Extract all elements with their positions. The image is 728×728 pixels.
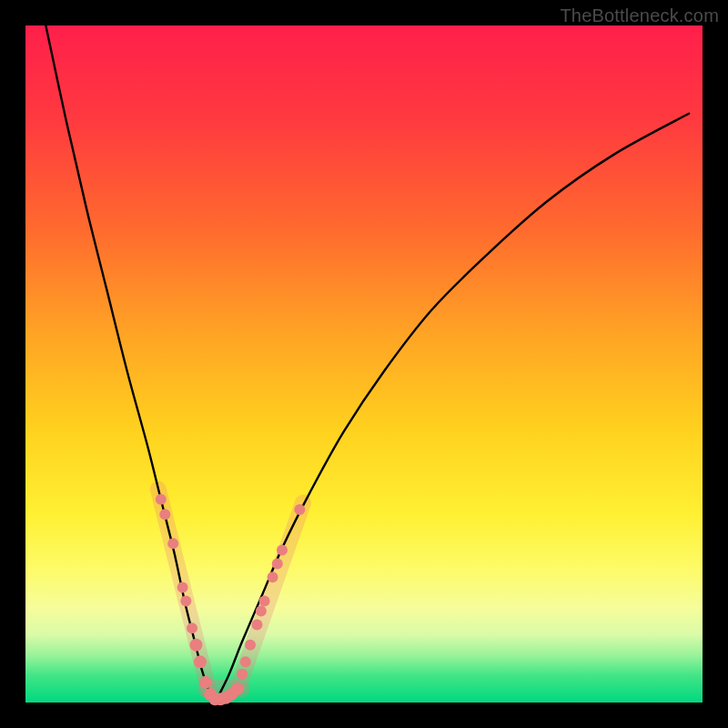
- marker-dot-right: [256, 606, 267, 617]
- marker-dot-left: [187, 622, 197, 633]
- marker-dot-right: [259, 595, 270, 606]
- marker-dot-left: [156, 494, 167, 505]
- marker-dot-left: [167, 538, 178, 549]
- marker-dot-right: [240, 656, 251, 667]
- marker-dot-left: [194, 655, 207, 668]
- curves-svg: [25, 25, 703, 703]
- marker-dot-right: [251, 619, 262, 630]
- marker-dot-left: [159, 509, 170, 520]
- marker-dot-left: [189, 639, 202, 652]
- marker-dot-right: [277, 545, 288, 556]
- marker-dot-right: [272, 558, 283, 569]
- marker-dot-right: [245, 640, 256, 651]
- marker-dot-left: [199, 676, 212, 689]
- marker-dot-right: [237, 669, 248, 680]
- frame: TheBottleneck.com: [0, 0, 728, 728]
- marker-dot-left: [177, 582, 188, 593]
- watermark: TheBottleneck.com: [560, 5, 719, 26]
- marker-dot-bottom: [231, 682, 244, 695]
- marker-dot-left: [180, 595, 191, 606]
- marker-dot-right: [294, 504, 305, 515]
- curve-right-branch: [215, 114, 689, 703]
- marker-dot-right: [268, 571, 278, 582]
